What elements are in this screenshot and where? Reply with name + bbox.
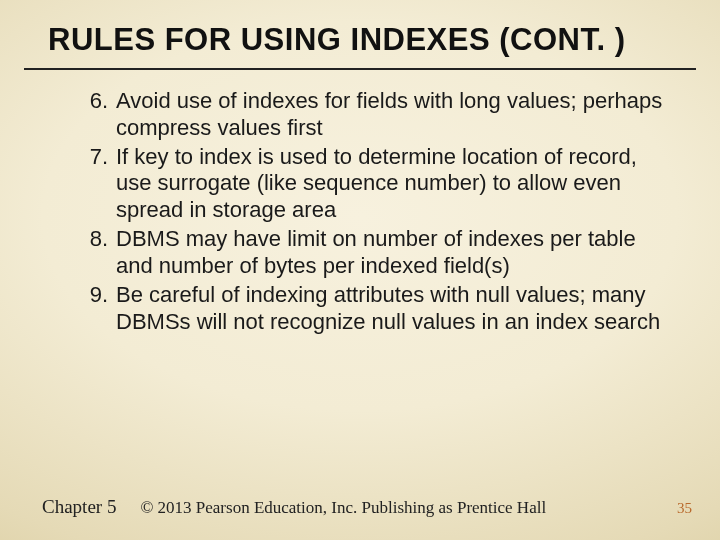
copyright-text: © 2013 Pearson Education, Inc. Publishin…	[140, 498, 546, 518]
rules-list: Avoid use of indexes for fields with lon…	[48, 88, 672, 335]
slide-footer: Chapter 5 © 2013 Pearson Education, Inc.…	[0, 496, 720, 518]
rules-list-item: Be careful of indexing attributes with n…	[116, 282, 672, 336]
rules-list-item: DBMS may have limit on number of indexes…	[116, 226, 672, 280]
slide-body: Avoid use of indexes for fields with lon…	[0, 70, 720, 335]
rules-list-item: Avoid use of indexes for fields with lon…	[116, 88, 672, 142]
chapter-label: Chapter 5	[42, 496, 116, 518]
slide-title: RULES FOR USING INDEXES (CONT. )	[0, 0, 720, 66]
page-number: 35	[677, 500, 692, 517]
rules-list-item: If key to index is used to determine loc…	[116, 144, 672, 224]
